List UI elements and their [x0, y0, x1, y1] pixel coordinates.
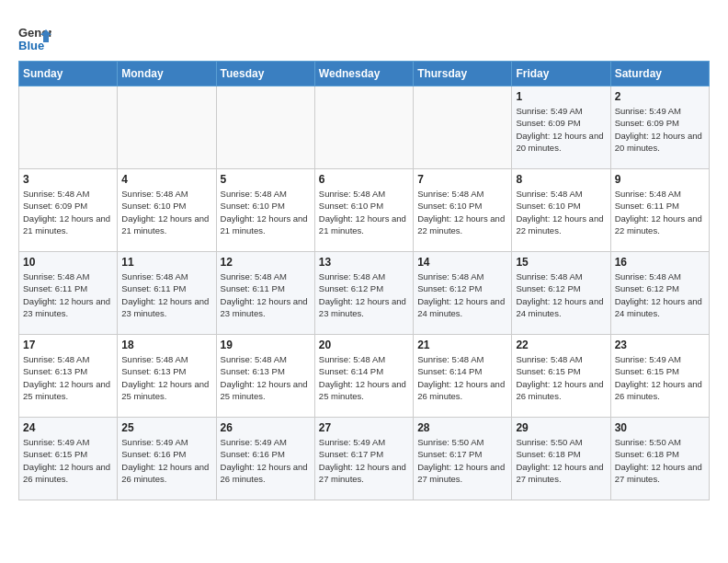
calendar-cell: 8Sunrise: 5:48 AM Sunset: 6:10 PM Daylig… — [512, 169, 610, 252]
calendar-cell: 20Sunrise: 5:48 AM Sunset: 6:14 PM Dayli… — [314, 335, 413, 418]
calendar-cell: 17Sunrise: 5:48 AM Sunset: 6:13 PM Dayli… — [19, 335, 118, 418]
calendar-cell: 6Sunrise: 5:48 AM Sunset: 6:10 PM Daylig… — [314, 169, 413, 252]
day-info: Sunrise: 5:49 AM Sunset: 6:15 PM Dayligh… — [615, 353, 705, 402]
header-day-sunday: Sunday — [19, 62, 118, 86]
calendar-cell: 11Sunrise: 5:48 AM Sunset: 6:11 PM Dayli… — [118, 252, 216, 335]
calendar-cell: 10Sunrise: 5:48 AM Sunset: 6:11 PM Dayli… — [19, 252, 118, 335]
day-number: 23 — [615, 339, 705, 351]
calendar-table: SundayMondayTuesdayWednesdayThursdayFrid… — [18, 61, 710, 500]
header-day-thursday: Thursday — [414, 62, 512, 86]
day-number: 25 — [121, 421, 211, 434]
day-number: 4 — [121, 173, 211, 186]
calendar-week-2: 3Sunrise: 5:48 AM Sunset: 6:09 PM Daylig… — [19, 169, 710, 252]
day-number: 15 — [516, 256, 606, 269]
day-number: 1 — [516, 90, 606, 103]
calendar-week-3: 10Sunrise: 5:48 AM Sunset: 6:11 PM Dayli… — [19, 252, 710, 335]
day-info: Sunrise: 5:48 AM Sunset: 6:11 PM Dayligh… — [23, 270, 113, 319]
day-info: Sunrise: 5:49 AM Sunset: 6:09 PM Dayligh… — [615, 105, 705, 154]
day-number: 13 — [319, 256, 409, 269]
calendar-cell: 22Sunrise: 5:48 AM Sunset: 6:15 PM Dayli… — [512, 335, 610, 418]
header: General Blue — [18, 18, 710, 55]
day-info: Sunrise: 5:48 AM Sunset: 6:13 PM Dayligh… — [121, 353, 211, 402]
calendar-cell: 9Sunrise: 5:48 AM Sunset: 6:11 PM Daylig… — [610, 169, 709, 252]
calendar-cell: 12Sunrise: 5:48 AM Sunset: 6:11 PM Dayli… — [216, 252, 314, 335]
day-number: 5 — [221, 173, 311, 186]
day-info: Sunrise: 5:48 AM Sunset: 6:10 PM Dayligh… — [319, 188, 409, 236]
day-number: 12 — [221, 256, 311, 269]
day-number: 10 — [23, 256, 113, 269]
day-number: 26 — [221, 421, 311, 434]
day-info: Sunrise: 5:48 AM Sunset: 6:10 PM Dayligh… — [417, 188, 507, 236]
calendar-cell: 18Sunrise: 5:48 AM Sunset: 6:13 PM Dayli… — [118, 335, 216, 418]
calendar-cell: 16Sunrise: 5:48 AM Sunset: 6:12 PM Dayli… — [610, 252, 709, 335]
calendar-cell — [118, 86, 216, 169]
calendar-cell: 23Sunrise: 5:49 AM Sunset: 6:15 PM Dayli… — [610, 335, 709, 418]
day-number: 3 — [23, 173, 113, 186]
calendar-cell: 14Sunrise: 5:48 AM Sunset: 6:12 PM Dayli… — [414, 252, 512, 335]
day-number: 21 — [417, 339, 507, 351]
calendar-cell — [19, 86, 118, 169]
calendar-cell: 27Sunrise: 5:49 AM Sunset: 6:17 PM Dayli… — [314, 418, 413, 500]
day-number: 22 — [516, 339, 606, 351]
day-info: Sunrise: 5:48 AM Sunset: 6:13 PM Dayligh… — [23, 353, 113, 402]
svg-text:Blue: Blue — [18, 39, 44, 52]
calendar-cell: 3Sunrise: 5:48 AM Sunset: 6:09 PM Daylig… — [19, 169, 118, 252]
day-info: Sunrise: 5:49 AM Sunset: 6:15 PM Dayligh… — [23, 436, 113, 485]
day-number: 24 — [23, 421, 113, 434]
calendar-cell: 13Sunrise: 5:48 AM Sunset: 6:12 PM Dayli… — [314, 252, 413, 335]
day-number: 18 — [121, 339, 211, 351]
day-number: 27 — [319, 421, 409, 434]
header-day-saturday: Saturday — [610, 62, 709, 86]
day-info: Sunrise: 5:49 AM Sunset: 6:09 PM Dayligh… — [516, 105, 606, 154]
day-number: 28 — [417, 421, 507, 434]
day-number: 30 — [615, 421, 705, 434]
day-info: Sunrise: 5:50 AM Sunset: 6:17 PM Dayligh… — [417, 436, 507, 485]
day-info: Sunrise: 5:48 AM Sunset: 6:12 PM Dayligh… — [615, 270, 705, 319]
day-number: 14 — [417, 256, 507, 269]
header-day-friday: Friday — [512, 62, 610, 86]
day-info: Sunrise: 5:48 AM Sunset: 6:11 PM Dayligh… — [221, 270, 311, 319]
calendar-cell: 30Sunrise: 5:50 AM Sunset: 6:18 PM Dayli… — [610, 418, 709, 500]
calendar-header-row: SundayMondayTuesdayWednesdayThursdayFrid… — [19, 62, 710, 86]
header-day-tuesday: Tuesday — [216, 62, 314, 86]
day-info: Sunrise: 5:50 AM Sunset: 6:18 PM Dayligh… — [615, 436, 705, 485]
day-number: 20 — [319, 339, 409, 351]
calendar-cell: 26Sunrise: 5:49 AM Sunset: 6:16 PM Dayli… — [216, 418, 314, 500]
day-info: Sunrise: 5:48 AM Sunset: 6:11 PM Dayligh… — [615, 188, 705, 236]
calendar-cell: 19Sunrise: 5:48 AM Sunset: 6:13 PM Dayli… — [216, 335, 314, 418]
header-day-wednesday: Wednesday — [314, 62, 413, 86]
day-number: 29 — [516, 421, 606, 434]
calendar-cell — [314, 86, 413, 169]
day-number: 19 — [221, 339, 311, 351]
day-info: Sunrise: 5:48 AM Sunset: 6:10 PM Dayligh… — [121, 188, 211, 236]
day-info: Sunrise: 5:48 AM Sunset: 6:09 PM Dayligh… — [23, 188, 113, 236]
day-info: Sunrise: 5:48 AM Sunset: 6:12 PM Dayligh… — [319, 270, 409, 319]
day-info: Sunrise: 5:48 AM Sunset: 6:13 PM Dayligh… — [221, 353, 311, 402]
day-info: Sunrise: 5:48 AM Sunset: 6:14 PM Dayligh… — [319, 353, 409, 402]
day-info: Sunrise: 5:49 AM Sunset: 6:17 PM Dayligh… — [319, 436, 409, 485]
day-info: Sunrise: 5:50 AM Sunset: 6:18 PM Dayligh… — [516, 436, 606, 485]
day-number: 17 — [23, 339, 113, 351]
day-number: 9 — [615, 173, 705, 186]
day-number: 8 — [516, 173, 606, 186]
calendar-cell: 1Sunrise: 5:49 AM Sunset: 6:09 PM Daylig… — [512, 86, 610, 169]
day-info: Sunrise: 5:48 AM Sunset: 6:11 PM Dayligh… — [121, 270, 211, 319]
logo-icon: General Blue — [18, 22, 51, 55]
day-number: 2 — [615, 90, 705, 103]
day-number: 11 — [121, 256, 211, 269]
day-info: Sunrise: 5:48 AM Sunset: 6:15 PM Dayligh… — [516, 353, 606, 402]
calendar-cell: 7Sunrise: 5:48 AM Sunset: 6:10 PM Daylig… — [414, 169, 512, 252]
day-info: Sunrise: 5:48 AM Sunset: 6:12 PM Dayligh… — [516, 270, 606, 319]
day-number: 16 — [615, 256, 705, 269]
day-info: Sunrise: 5:48 AM Sunset: 6:14 PM Dayligh… — [417, 353, 507, 402]
calendar-cell: 4Sunrise: 5:48 AM Sunset: 6:10 PM Daylig… — [118, 169, 216, 252]
day-info: Sunrise: 5:48 AM Sunset: 6:12 PM Dayligh… — [417, 270, 507, 319]
day-number: 7 — [417, 173, 507, 186]
calendar-cell: 28Sunrise: 5:50 AM Sunset: 6:17 PM Dayli… — [414, 418, 512, 500]
header-day-monday: Monday — [118, 62, 216, 86]
calendar-cell: 24Sunrise: 5:49 AM Sunset: 6:15 PM Dayli… — [19, 418, 118, 500]
calendar-cell: 29Sunrise: 5:50 AM Sunset: 6:18 PM Dayli… — [512, 418, 610, 500]
logo: General Blue — [18, 22, 51, 55]
day-info: Sunrise: 5:49 AM Sunset: 6:16 PM Dayligh… — [221, 436, 311, 485]
calendar-cell: 21Sunrise: 5:48 AM Sunset: 6:14 PM Dayli… — [414, 335, 512, 418]
